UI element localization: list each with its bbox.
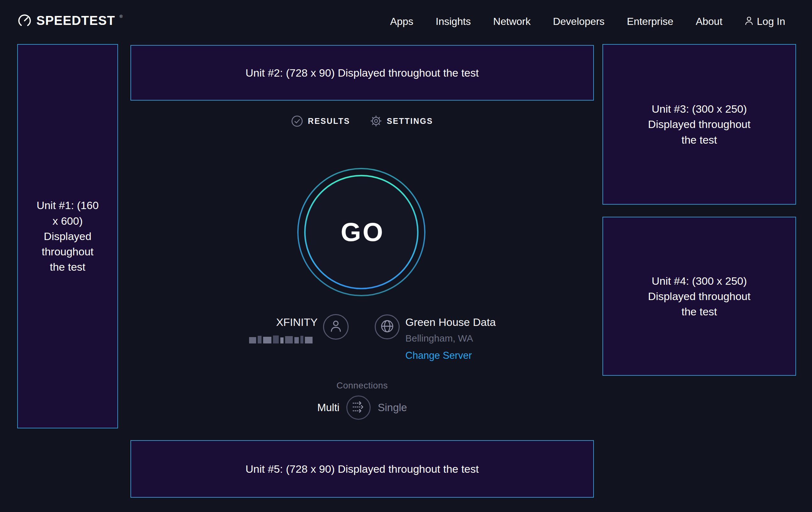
globe-icon — [380, 319, 395, 335]
server-location: Bellingham, WA — [405, 333, 473, 344]
isp-avatar — [323, 314, 349, 340]
ad-unit-4[interactable]: Unit #4: (300 x 250) Displayed throughou… — [603, 217, 796, 376]
ad-unit-3[interactable]: Unit #3: (300 x 250) Displayed throughou… — [603, 44, 796, 205]
connections-toggle-row: Multi Single — [317, 396, 407, 420]
speedtest-page: SPEEDTEST ® Apps Insights Network Develo… — [0, 0, 812, 512]
ad-unit-2[interactable]: Unit #2: (728 x 90) Displayed throughout… — [130, 45, 594, 101]
nav-item-developers[interactable]: Developers — [553, 16, 605, 27]
speedometer-logo-icon — [17, 14, 32, 29]
nav-item-network[interactable]: Network — [493, 16, 530, 27]
connections-toggle-button[interactable] — [346, 396, 371, 420]
header: SPEEDTEST ® Apps Insights Network Develo… — [0, 0, 812, 43]
ad-unit-1[interactable]: Unit #1: (160 x 600) Displayed throughou… — [17, 44, 118, 428]
ad-unit-5[interactable]: Unit #5: (728 x 90) Displayed throughout… — [130, 440, 594, 497]
connections-label: Connections — [337, 380, 388, 391]
change-server-link[interactable]: Change Server — [405, 350, 472, 361]
ad-unit-1-text: Unit #1: (160 x 600) Displayed throughou… — [34, 197, 101, 274]
go-button[interactable]: GO — [293, 163, 430, 301]
tab-results[interactable]: RESULTS — [291, 115, 350, 127]
login-label: Log In — [757, 16, 785, 27]
nav-item-apps[interactable]: Apps — [390, 16, 413, 27]
person-icon — [329, 319, 342, 334]
tab-settings-label: SETTINGS — [387, 116, 433, 126]
brand-name: SPEEDTEST — [36, 14, 115, 27]
tab-results-label: RESULTS — [308, 116, 350, 126]
ad-unit-4-text: Unit #4: (300 x 250) Displayed throughou… — [643, 273, 756, 320]
tab-settings[interactable]: SETTINGS — [370, 115, 433, 127]
server-globe-badge — [375, 315, 400, 339]
connections-section: Connections Multi — [130, 380, 594, 420]
server-name: Green House Data — [405, 316, 496, 328]
ad-unit-3-text: Unit #3: (300 x 250) Displayed throughou… — [643, 101, 756, 147]
user-icon — [745, 16, 753, 27]
view-tabs: RESULTS — [130, 115, 594, 127]
multi-arrows-icon — [351, 401, 366, 415]
trademark-mark: ® — [120, 14, 123, 19]
brand-logo[interactable]: SPEEDTEST ® — [17, 14, 122, 29]
check-circle-icon — [291, 115, 303, 127]
gear-icon — [370, 115, 382, 127]
nav-item-about[interactable]: About — [696, 16, 722, 27]
login-button[interactable]: Log In — [745, 16, 785, 27]
connections-option-single[interactable]: Single — [378, 402, 407, 414]
nav-item-enterprise[interactable]: Enterprise — [627, 16, 674, 27]
connections-option-multi[interactable]: Multi — [317, 402, 340, 414]
go-button-label: GO — [293, 163, 430, 301]
main-nav: Apps Insights Network Developers Enterpr… — [390, 16, 785, 27]
redacted-ip — [249, 335, 317, 344]
ad-unit-5-text: Unit #5: (728 x 90) Displayed throughout… — [245, 461, 479, 477]
ad-unit-2-text: Unit #2: (728 x 90) Displayed throughout… — [245, 65, 479, 80]
nav-item-insights[interactable]: Insights — [436, 16, 471, 27]
isp-name: XFINITY — [276, 316, 318, 328]
